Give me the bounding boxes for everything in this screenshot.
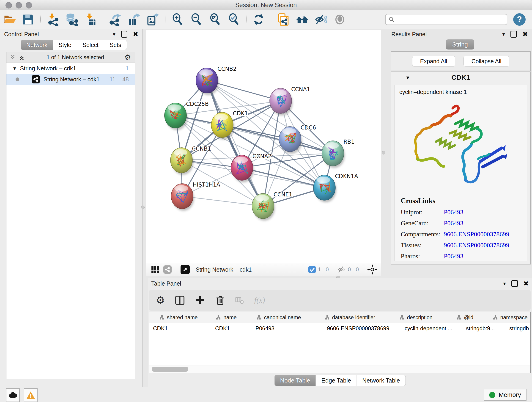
network-row[interactable]: String Network – cdk1 11 48 [6, 74, 135, 85]
hide-selected-button[interactable] [312, 12, 330, 27]
string-results-tab[interactable]: String [446, 39, 474, 50]
network-node-CCNA2[interactable]: CCNA2 [231, 153, 272, 182]
expand-all-chevron-icon[interactable] [10, 54, 17, 60]
crosslink-link[interactable]: 9606.ENSP00000378699 [444, 230, 509, 238]
node-table[interactable]: shared namenamecanonical namedatabase id… [149, 312, 531, 373]
column-header-shared-name[interactable]: shared name [149, 312, 208, 323]
grid-view-icon[interactable] [151, 265, 160, 274]
left-splitter-handle[interactable] [141, 206, 145, 209]
crosslink-link[interactable]: P06493 [444, 220, 463, 227]
open-session-button[interactable] [0, 12, 19, 27]
column-header-canonical-name[interactable]: canonical name [245, 312, 313, 323]
collection-collapse-icon[interactable]: ▾ [13, 65, 16, 71]
float-panel-icon[interactable] [511, 280, 518, 287]
network-collection-row[interactable]: ▾ String Network – cdk1 1 [6, 63, 135, 74]
show-columns-icon[interactable] [175, 295, 185, 305]
column-header-database-identifier[interactable]: database identifier [313, 312, 387, 323]
hidden-eye-slash-icon [337, 266, 346, 274]
node-label-CCNA1: CCNA1 [291, 86, 310, 93]
search-input[interactable] [397, 16, 504, 23]
close-panel-icon[interactable]: ✖ [133, 30, 138, 38]
zoom-in-button[interactable] [168, 12, 187, 27]
table-row[interactable]: CDK1CDK1P064939606.ENSP00000378699cyclin… [149, 323, 530, 334]
network-name: String Network – cdk1 [44, 76, 102, 83]
crosslink-link[interactable]: P06493 [444, 253, 463, 260]
collection-count: 1 [115, 65, 129, 72]
table-tab-node-table[interactable]: Node Table [274, 375, 316, 386]
crosslink-link[interactable]: 9606.ENSP00000378699 [444, 242, 509, 249]
zoom-fit-button[interactable] [206, 12, 225, 27]
network-canvas[interactable]: CCNB2CCNA1CDC25BCDK1CDC6RB1CCNB1CCNA2CDK… [146, 30, 381, 263]
show-view-button[interactable] [330, 12, 349, 27]
column-header-namespace[interactable]: namespace [485, 312, 531, 323]
warnings-button[interactable] [24, 388, 38, 402]
collapse-all-button[interactable]: Collapse All [463, 56, 510, 67]
detach-view-icon[interactable] [181, 265, 190, 274]
gene-collapse-icon[interactable]: ▾ [406, 75, 409, 81]
zoom-out-button[interactable] [187, 12, 206, 27]
show-all-nodes-button[interactable] [293, 12, 312, 27]
network-node-CCNB1[interactable]: CCNB1 [171, 146, 211, 175]
network-node-CDKN1A[interactable]: CDKN1A [313, 173, 358, 202]
network-view-type-icon[interactable] [163, 265, 172, 274]
column-header-@id[interactable]: @id [445, 312, 485, 323]
export-network-button[interactable] [106, 12, 125, 27]
close-panel-icon[interactable]: ✖ [522, 30, 528, 38]
float-panel-icon[interactable] [510, 31, 517, 38]
close-window-button[interactable] [6, 2, 12, 8]
tab-select[interactable]: Select [77, 40, 104, 50]
tab-sets[interactable]: Sets [104, 40, 127, 50]
network-graph[interactable]: CCNB2CCNA1CDC25BCDK1CDC6RB1CCNB1CCNA2CDK… [146, 30, 381, 263]
export-table-button[interactable] [125, 12, 143, 27]
table-tab-edge-table[interactable]: Edge Table [316, 375, 357, 386]
import-table-button[interactable] [81, 12, 100, 27]
help-button[interactable]: ? [513, 13, 526, 26]
network-node-CDC25B[interactable]: CDC25B [165, 101, 209, 130]
add-column-icon[interactable] [195, 295, 205, 305]
export-image-button[interactable] [143, 12, 162, 27]
column-header-description[interactable]: description [387, 312, 445, 323]
column-header-name[interactable]: name [208, 312, 245, 323]
collapse-panel-icon[interactable]: ▾ [503, 281, 506, 287]
string-copy-network-button[interactable] [274, 12, 293, 27]
birds-eye-view-icon[interactable] [367, 264, 377, 274]
apply-layout-button[interactable] [249, 12, 268, 27]
crosslink-label: Compartments: [401, 230, 444, 238]
network-node-HIST1H1A[interactable]: HIST1H1A [171, 182, 220, 211]
collapse-panel-icon[interactable]: ▾ [113, 31, 115, 37]
zoom-window-button[interactable] [26, 2, 32, 8]
import-network-button[interactable] [44, 12, 62, 27]
selected-checkbox-icon[interactable] [308, 266, 316, 274]
collapse-all-chevron-icon[interactable] [19, 54, 26, 60]
gene-description: cyclin–dependent kinase 1 [395, 85, 527, 95]
network-node-CCNB2[interactable]: CCNB2 [196, 66, 236, 95]
scrollbar-thumb[interactable] [152, 367, 188, 372]
expand-all-button[interactable]: Expand All [412, 56, 455, 67]
network-node-RB1[interactable]: RB1 [322, 139, 355, 168]
minimize-window-button[interactable] [16, 2, 22, 8]
houses-icon [296, 13, 308, 26]
table-options-gear-icon[interactable]: ⚙ [156, 295, 165, 305]
window-controls[interactable] [6, 2, 32, 8]
float-panel-icon[interactable] [121, 31, 127, 38]
network-node-CCNE1[interactable]: CCNE1 [252, 191, 292, 221]
tab-network[interactable]: Network [21, 40, 53, 50]
memory-label: Memory [499, 391, 521, 399]
save-session-button[interactable] [19, 12, 38, 27]
tab-style[interactable]: Style [53, 40, 77, 50]
network-node-CDC6[interactable]: CDC6 [279, 124, 316, 154]
network-node-CDK1[interactable]: CDK1 [211, 110, 248, 140]
table-tab-network-table[interactable]: Network Table [357, 375, 405, 386]
zoom-selected-button[interactable] [225, 12, 243, 27]
import-network-from-database-button[interactable] [62, 12, 81, 27]
cloud-button[interactable] [6, 388, 20, 402]
table-cell: stringdb [506, 323, 531, 334]
memory-button[interactable]: Memory [484, 389, 526, 401]
close-panel-icon[interactable]: ✖ [523, 280, 529, 287]
network-options-gear-icon[interactable]: ⚙ [124, 54, 131, 61]
collapse-panel-icon[interactable]: ▾ [502, 31, 505, 37]
delete-column-icon[interactable] [215, 295, 225, 305]
network-node-CCNA1[interactable]: CCNA1 [270, 86, 310, 115]
crosslink-link[interactable]: P06493 [444, 209, 463, 216]
right-splitter-handle[interactable] [382, 151, 385, 154]
